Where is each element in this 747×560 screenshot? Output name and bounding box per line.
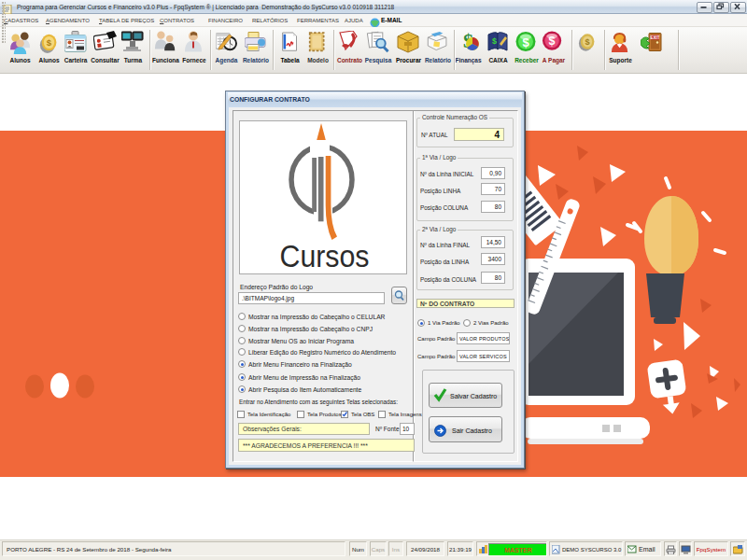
svg-text:$: $ <box>549 35 556 48</box>
svg-text:$: $ <box>585 37 590 47</box>
svg-text:$: $ <box>522 35 529 49</box>
svg-text:$: $ <box>47 37 52 48</box>
svg-text:Cursos: Cursos <box>280 238 370 273</box>
svg-text:$: $ <box>492 36 497 46</box>
svg-text:EXIT: EXIT <box>650 35 659 40</box>
